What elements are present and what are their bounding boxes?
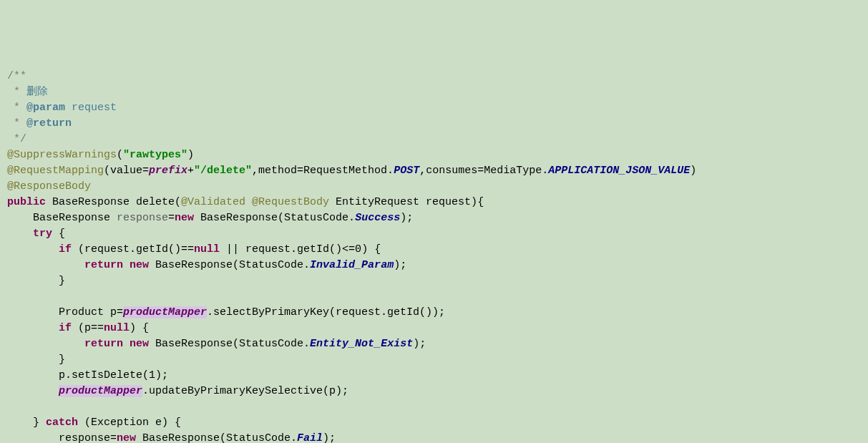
- comment: *: [7, 117, 26, 130]
- text: );: [400, 212, 413, 224]
- static-field: Fail: [297, 432, 323, 443]
- keyword: if: [59, 322, 78, 334]
- keyword: try: [33, 228, 59, 240]
- variable: response: [117, 212, 168, 224]
- text: [7, 243, 59, 255]
- keyword: null: [194, 243, 226, 255]
- text: (p==: [78, 322, 104, 334]
- text: (request.getId()==: [78, 243, 194, 255]
- string: "rawtypes": [123, 149, 187, 161]
- text: [7, 385, 59, 397]
- text: ) {: [361, 243, 381, 255]
- field-highlighted: productMapper: [123, 306, 207, 318]
- text: BaseResponse(StatusCode.: [155, 259, 310, 271]
- static-field: APPLICATION_JSON_VALUE: [548, 165, 690, 177]
- text: ,consumes=MediaType.: [419, 165, 548, 177]
- annotation: @SuppressWarnings: [7, 149, 117, 161]
- text: [7, 338, 84, 350]
- comment: */: [7, 133, 26, 145]
- keyword: new: [175, 212, 200, 224]
- keyword: if: [59, 243, 78, 255]
- text: ): [690, 165, 696, 177]
- javadoc-text: 删除: [26, 86, 48, 98]
- text: Product p=: [7, 306, 123, 318]
- javadoc-tag: @return: [26, 117, 72, 130]
- field-highlighted: productMapper: [59, 385, 142, 397]
- text: ,method=RequestMethod.: [252, 165, 394, 177]
- number: 1: [149, 369, 155, 381]
- text: [7, 322, 59, 334]
- text: response=: [7, 432, 117, 443]
- static-field: Entity_Not_Exist: [310, 338, 413, 350]
- text: );: [155, 369, 168, 381]
- text: );: [413, 338, 426, 350]
- comment: *: [7, 86, 26, 98]
- comment: *: [7, 102, 26, 114]
- text: [7, 259, 84, 271]
- text: BaseResponse: [7, 212, 117, 224]
- javadoc-param: request: [65, 102, 117, 114]
- text: .updateByPrimaryKeySelective(p);: [142, 385, 348, 397]
- annotation: @ResponseBody: [7, 180, 91, 193]
- comment: /**: [7, 70, 26, 82]
- keyword: return new: [84, 259, 155, 271]
- static-field: Success: [355, 212, 400, 224]
- text: );: [323, 432, 336, 443]
- text: p.setIsDelete(: [7, 369, 149, 381]
- keyword: catch: [46, 417, 84, 429]
- code-block: /** * 删除 * @param request * @return */ @…: [7, 69, 861, 443]
- text: (Exception e) {: [84, 417, 181, 429]
- text: BaseResponse(StatusCode.: [200, 212, 355, 224]
- number: 0: [355, 243, 361, 255]
- static-field: POST: [394, 165, 419, 177]
- text: BaseResponse delete(: [52, 196, 181, 208]
- annotation: @RequestMapping: [7, 165, 104, 177]
- string: "/delete": [194, 165, 252, 177]
- text: =: [168, 212, 175, 224]
- javadoc-tag: @param: [26, 102, 65, 114]
- text: || request.getId()<=: [226, 243, 355, 255]
- text: BaseResponse(StatusCode.: [142, 432, 297, 443]
- text: +: [187, 165, 194, 177]
- field: prefix: [149, 165, 187, 177]
- annotation: @Validated @RequestBody: [181, 196, 336, 208]
- text: (: [117, 149, 123, 161]
- keyword: return new: [84, 338, 155, 350]
- text: ) {: [130, 322, 149, 334]
- text: ): [187, 149, 194, 161]
- text: .selectByPrimaryKey(request.getId());: [207, 306, 445, 318]
- static-field: Invalid_Param: [310, 259, 394, 271]
- text: (value=: [104, 165, 149, 177]
- keyword: public: [7, 196, 52, 208]
- text: [7, 228, 33, 240]
- text: }: [7, 417, 46, 429]
- keyword: new: [117, 432, 142, 443]
- text: );: [394, 259, 406, 271]
- text: BaseResponse(StatusCode.: [155, 338, 310, 350]
- text: }: [7, 354, 65, 366]
- text: {: [59, 228, 65, 240]
- text: EntityRequest request){: [336, 196, 484, 208]
- keyword: null: [104, 322, 130, 334]
- text: }: [7, 275, 65, 287]
